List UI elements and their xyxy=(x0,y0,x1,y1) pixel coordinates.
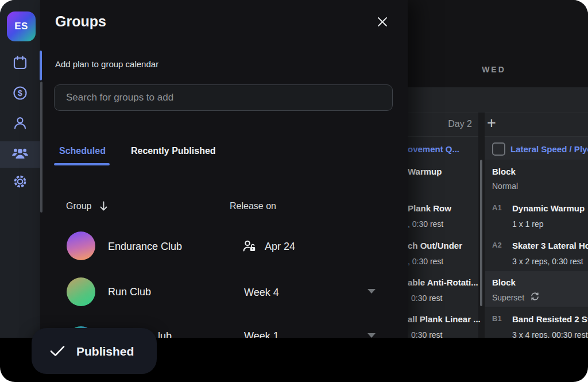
exercise-name: Plank Row xyxy=(408,204,451,213)
sidebar-item-groups[interactable] xyxy=(0,141,40,168)
sidebar-item-billing[interactable]: $ xyxy=(0,81,40,107)
calendar-icon xyxy=(12,55,28,73)
exercise-detail: , 0:30 rest xyxy=(408,257,443,265)
workout-section-label: Warmup xyxy=(408,167,442,176)
tab-recently-published[interactable]: Recently Published xyxy=(131,146,216,156)
check-icon xyxy=(49,344,66,358)
search-input[interactable] xyxy=(55,85,392,110)
exercise-name: able Anti-Rotati... xyxy=(408,278,478,287)
add-workout-button[interactable]: + xyxy=(487,115,496,131)
exercise-detail: , 0:30 rest xyxy=(408,220,443,228)
release-date[interactable]: Apr 24 xyxy=(265,241,295,252)
exercise-tag: B1 xyxy=(492,315,502,322)
modal-subtitle: Add plan to group calendar xyxy=(55,60,158,68)
exercise-tag: A1 xyxy=(492,204,502,211)
group-avatar xyxy=(67,277,95,306)
active-tab-underline xyxy=(54,163,110,165)
sidebar: ES $ xyxy=(0,0,40,338)
group-search xyxy=(54,84,393,111)
group-name[interactable]: Run Club xyxy=(108,287,151,297)
gear-icon xyxy=(12,173,28,192)
toast-label: Published xyxy=(76,345,134,357)
group-avatar xyxy=(67,231,95,260)
exercise-detail: 1 x 1 rep xyxy=(512,220,543,228)
release-week-select[interactable]: Week 4 xyxy=(244,287,279,298)
athlete-icon xyxy=(12,115,28,133)
close-icon[interactable] xyxy=(376,15,389,29)
avatar[interactable]: ES xyxy=(7,11,36,41)
sidebar-active-indicator xyxy=(40,51,42,80)
workout-card: Lateral Speed / Plyo Block Normal A1 Dyn… xyxy=(485,137,588,338)
groups-icon xyxy=(11,145,29,164)
release-week-select[interactable]: Week 1 xyxy=(244,331,279,338)
plan-title-link[interactable]: ovement Q... xyxy=(408,145,459,153)
block-label: Block xyxy=(492,278,516,287)
block-label: Block xyxy=(492,167,516,176)
exercise-detail: 0:30 rest xyxy=(411,294,442,302)
published-toast: Published xyxy=(32,328,157,374)
block-type: Normal xyxy=(492,182,518,190)
exercise-detail: 0:30 rest xyxy=(411,331,442,338)
app-screen: WED Day 2 + ovement Q... Warmup Plank Ro… xyxy=(0,0,588,382)
exercise-tag: A2 xyxy=(492,241,502,249)
tab-scheduled[interactable]: Scheduled xyxy=(59,146,106,156)
plan-title-link[interactable]: Lateral Speed / Plyo xyxy=(510,144,588,154)
chevron-down-icon[interactable] xyxy=(368,289,376,294)
sidebar-item-settings[interactable] xyxy=(0,169,40,196)
cycle-icon xyxy=(530,292,540,303)
dollar-icon: $ xyxy=(12,85,28,103)
group-name[interactable]: lub xyxy=(158,331,172,338)
weekday-header: WED xyxy=(465,65,523,74)
groups-modal: Groups Add plan to group calendar Schedu… xyxy=(40,0,408,338)
arrow-down-icon[interactable] xyxy=(99,200,109,214)
person-lock-icon xyxy=(242,239,257,255)
workout-card-header: Lateral Speed / Plyo xyxy=(485,137,588,160)
sidebar-item-calendar[interactable] xyxy=(0,51,40,77)
exercise-name: Dynamic Warmup xyxy=(512,204,585,213)
plan-checkbox[interactable] xyxy=(492,142,505,156)
exercise-name: ch Out/Under xyxy=(408,241,462,250)
column-header-release-on: Release on xyxy=(230,202,276,211)
column-header-group[interactable]: Group xyxy=(66,202,91,211)
exercise-name: all Plank Linear ... xyxy=(408,315,481,323)
block-type: Superset xyxy=(492,294,524,302)
chevron-down-icon[interactable] xyxy=(368,333,376,338)
group-name[interactable]: Endurance Club xyxy=(108,241,182,252)
exercise-name: Skater 3 Lateral Hop xyxy=(512,241,588,250)
modal-scrollbar[interactable] xyxy=(40,82,42,213)
exercise-name: Band Resisted 2 Step xyxy=(512,315,588,323)
column-scrollbar[interactable] xyxy=(480,160,482,306)
exercise-detail: 3 x 4 reps, 00:30 rest xyxy=(512,331,588,338)
exercise-detail: 3 x 2 reps, 0:30 rest xyxy=(512,257,583,265)
sidebar-item-athletes[interactable] xyxy=(0,111,40,137)
svg-text:$: $ xyxy=(18,88,22,98)
modal-title: Groups xyxy=(55,14,106,29)
